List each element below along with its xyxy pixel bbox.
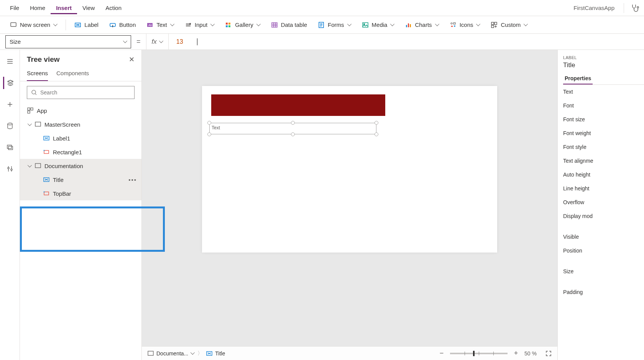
chevron-down-icon [256,23,260,27]
tab-screens[interactable]: Screens [27,70,48,81]
breadcrumb-separator: 〉 [197,350,203,357]
svg-rect-39 [44,192,49,195]
tree-view-title: Tree view [27,55,60,64]
properties-panel: LABEL Title Properties Text Font Font si… [557,50,644,360]
svg-rect-41 [148,351,153,355]
chevron-down-icon[interactable] [27,123,31,126]
rail-tree-view[interactable] [3,77,15,89]
stethoscope-icon[interactable] [630,3,639,13]
svg-rect-17 [410,24,411,27]
icons-button[interactable]: Icons [445,19,485,31]
charts-button[interactable]: Charts [400,19,443,31]
canvas-selected-label[interactable]: Text [209,123,376,134]
canvas-topbar-rect[interactable] [211,94,385,116]
prop-row[interactable]: Font weight [563,126,644,140]
tab-properties[interactable]: Properties [563,73,593,84]
zoom-slider[interactable] [450,353,508,354]
svg-rect-32 [28,111,30,113]
fx-button[interactable]: fx [146,34,169,50]
menu-file[interactable]: File [5,2,25,14]
tree-node-topbar[interactable]: TopBar [20,187,141,200]
screen-icon [147,350,154,357]
prop-row[interactable]: Text alignme [563,154,644,168]
tree-node-label1[interactable]: Label1 [20,131,141,145]
svg-point-20 [454,25,455,27]
prop-row[interactable]: Font [563,99,644,112]
resize-handle[interactable] [375,121,378,125]
rail-insert[interactable] [4,98,16,111]
fit-to-screen-icon[interactable] [541,350,552,357]
formula-input[interactable]: 13 [174,38,639,45]
svg-rect-8 [228,23,230,25]
breadcrumb-screen[interactable]: Documenta... [147,350,194,357]
svg-rect-1 [11,23,16,26]
tree-search[interactable] [27,86,135,99]
resize-handle[interactable] [207,132,211,136]
svg-point-6 [189,23,191,24]
rail-media[interactable] [4,141,16,154]
text-button[interactable]: Ab Text [142,19,179,31]
button-button[interactable]: Button [105,19,140,31]
breadcrumb-control[interactable]: Title [206,350,225,357]
tree-node-masterscreen[interactable]: MasterScreen [20,117,141,131]
forms-button[interactable]: Forms [313,19,356,31]
chevron-down-icon [159,40,163,44]
close-icon[interactable]: ✕ [129,55,135,64]
more-icon[interactable]: ••• [128,177,141,183]
resize-handle[interactable] [207,121,211,125]
property-selector[interactable]: Size [5,35,131,48]
svg-rect-13 [363,23,368,27]
prop-row[interactable]: Position [563,244,644,258]
prop-row[interactable]: Text [563,85,644,99]
tree-node-app[interactable]: App [20,104,141,117]
prop-row[interactable]: Visible [563,230,644,244]
menu-home[interactable]: Home [25,2,51,14]
menu-insert[interactable]: Insert [51,2,77,14]
prop-row[interactable]: Font style [563,140,644,154]
prop-row[interactable]: Size [563,264,644,278]
prop-row[interactable]: Auto height [563,168,644,182]
zoom-value: 50 % [524,350,537,357]
rectangle-icon [43,190,50,197]
chevron-down-icon[interactable] [27,164,31,167]
media-button[interactable]: Media [357,19,399,31]
tree-node-title[interactable]: Title ••• [20,173,141,187]
text-icon: Ab [146,21,153,28]
menu-view[interactable]: View [77,2,100,14]
screen-icon [10,21,17,28]
svg-point-29 [32,90,36,94]
rail-hamburger[interactable] [4,55,16,68]
app-icon [27,107,34,114]
svg-rect-10 [228,25,230,27]
zoom-out-button[interactable]: − [438,349,445,357]
custom-button[interactable]: Custom [486,19,532,31]
data-table-button[interactable]: Data table [266,19,312,31]
resize-handle[interactable] [291,121,295,125]
chevron-down-icon [170,23,174,27]
zoom-in-button[interactable]: + [512,349,520,357]
tree-node-rectangle1[interactable]: Rectangle1 [20,145,141,159]
rectangle-icon [43,149,50,155]
properties-list: Text Font Font size Font weight Font sty… [563,85,644,299]
menu-action[interactable]: Action [100,2,127,14]
prop-row[interactable]: Display mod [563,209,644,223]
rail-data[interactable] [4,120,16,132]
prop-row[interactable]: Line height [563,182,644,195]
label-icon [206,350,213,357]
tree-node-documentation[interactable]: Documentation [20,159,141,173]
rail-advanced[interactable] [4,163,16,175]
prop-row[interactable]: Font size [563,112,644,126]
new-screen-button[interactable]: New screen [5,19,62,31]
svg-point-18 [451,23,452,24]
tab-components[interactable]: Components [56,70,89,81]
resize-handle[interactable] [375,132,378,136]
resize-handle[interactable] [291,132,295,136]
gallery-button[interactable]: Gallery [220,19,265,31]
canvas[interactable]: Text [202,86,497,253]
prop-row[interactable]: Overflow [563,195,644,209]
label-button[interactable]: Label [70,19,103,31]
search-input[interactable] [40,89,130,96]
prop-row[interactable]: Padding [563,285,644,299]
forms-icon [318,21,325,28]
input-button[interactable]: Input [180,19,219,31]
